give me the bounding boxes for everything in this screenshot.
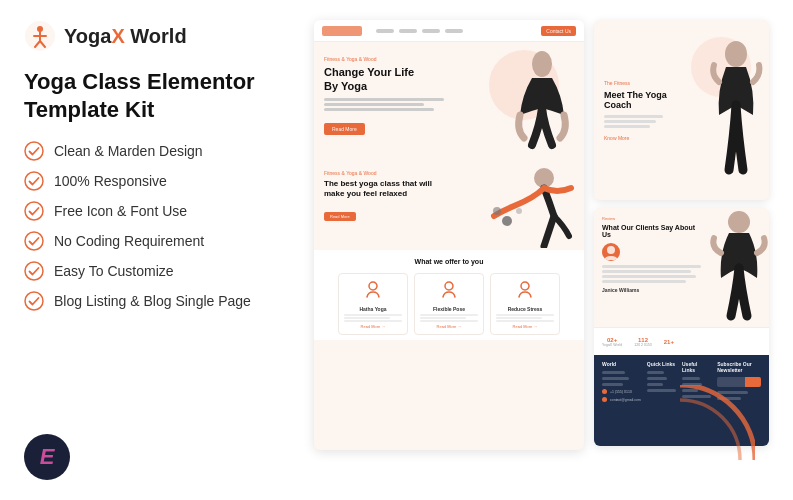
section2-yoga-figure [489,166,579,248]
preview-nav-btn: Contact Us [541,26,576,36]
logo-text: YogaX World [64,25,187,48]
yoga-logo-icon [24,20,56,52]
left-panel: YogaX World Yoga Class Elementor Templat… [24,20,294,480]
footer-link [682,389,698,392]
top-yoga-figure [709,40,764,200]
svg-point-6 [25,142,43,160]
stat-label: 120 2 0150 [634,343,652,347]
offer-icon [515,279,535,299]
testimonial-section: Review What Our Clients Say About Us [594,208,709,327]
preview-stack: The Fitness Meet The Yoga Coach Know Mor… [594,20,769,480]
top-preview-right [679,20,769,200]
top-preview-left: The Fitness Meet The Yoga Coach Know Mor… [594,20,679,200]
footer-link [647,377,667,380]
svg-point-22 [607,246,615,254]
check-icon [24,291,44,311]
hero-yoga-figure [512,50,572,155]
test-desc-line [602,275,696,278]
offer-card-link: Read More → [344,324,402,329]
footer-col-title: World [602,361,641,367]
offer-card-title: Hatha Yoga [344,306,402,312]
offer-icon [363,279,383,299]
stats-row: 02+ YogaX World 112 120 2 0150 21+ [594,327,769,355]
stat-label: YogaX World [602,343,622,347]
footer-subscribe-btn[interactable] [745,377,761,387]
footer-contact-text: +1 (555) 0110 [610,390,632,394]
test-tag: Review [602,216,701,221]
offer-card-link: Read More → [496,324,554,329]
test-avatar [602,243,620,261]
footer-contact-dot [602,389,607,394]
check-icon [24,171,44,191]
footer-email-input[interactable] [717,377,745,387]
svg-point-14 [502,216,512,226]
tp-desc-line [604,125,650,128]
preview-nav-logo [322,26,362,36]
svg-point-19 [521,282,529,290]
preview-offer: What we offer to you Hatha Yoga [314,250,584,340]
offer-icon [439,279,459,299]
offer-card-title: Reduce Stress [496,306,554,312]
bottom-left: E [24,414,294,480]
svg-point-8 [25,202,43,220]
product-title: Yoga Class Elementor Template Kit [24,68,294,123]
footer-link [682,383,702,386]
top-preview-content: The Fitness Meet The Yoga Coach Know Mor… [594,20,769,200]
footer-col-world: World +1 (555) 0110 contact@gmail.com [602,361,641,440]
stat-num: 21+ [664,339,674,345]
section2-heading: The best yoga class that will make you f… [324,179,444,200]
preview-section2: Fitness & Yoga & Wood The best yoga clas… [314,162,584,250]
preview-bottom: Review What Our Clients Say About Us [594,208,769,446]
elementor-e-label: E [40,444,55,470]
svg-point-7 [25,172,43,190]
test-desc-line [602,280,686,283]
footer-col-usefullinks: Useful Links [682,361,711,440]
offer-cards: Hatha Yoga Read More → Flex [324,273,574,335]
nav-link [422,29,440,33]
footer-contact-dot [602,397,607,402]
footer-link [647,389,676,392]
offer-title: What we offer to you [324,258,574,265]
footer-contact-email: contact@gmail.com [602,397,641,402]
stat-item: 21+ [664,339,674,345]
elementor-badge: E [24,434,70,480]
section2-btn: Read More [324,212,356,221]
svg-point-18 [445,282,453,290]
stat-item: 112 120 2 0150 [634,337,652,347]
footer-contact-phone: +1 (555) 0110 [602,389,641,394]
nav-link [399,29,417,33]
test-heading: What Our Clients Say About Us [602,224,701,238]
tp-heading: Meet The Yoga Coach [604,90,669,110]
offer-card-link: Read More → [420,324,478,329]
preview-main: Contact Us Fitness & Yoga & Wood Change … [314,20,584,450]
test-name: Janice Williams [602,287,701,293]
check-icon [24,261,44,281]
hero-btn: Read More [324,123,365,135]
feature-item: Free Icon & Font Use [24,201,294,221]
preview-nav-links [376,29,463,33]
check-icon [24,141,44,161]
logo-area: YogaX World [24,20,294,52]
svg-point-10 [25,262,43,280]
tp-desc-line [604,115,663,118]
bottom-preview-top: Review What Our Clients Say About Us [594,208,769,327]
preview-hero: Fitness & Yoga & Wood Change Your Life B… [314,42,584,162]
check-icon [24,231,44,251]
offer-card: Flexible Pose Read More → [414,273,484,335]
offer-card: Reduce Stress Read More → [490,273,560,335]
tp-tag: The Fitness [604,80,669,86]
svg-point-15 [493,207,501,215]
test-desc-line [602,270,691,273]
test-desc-line [602,265,701,268]
svg-point-12 [532,51,552,77]
footer-contact-text: contact@gmail.com [610,398,641,402]
footer-link [682,377,700,380]
footer-link [717,391,748,394]
footer-col-quicklinks: Quick Links [647,361,676,440]
footer-link [647,371,665,374]
svg-point-21 [725,41,747,67]
feature-item: No Coding Requirement [24,231,294,251]
test-desc-lines [602,265,701,283]
tp-desc-line [604,120,656,123]
footer-input-row [717,377,761,387]
